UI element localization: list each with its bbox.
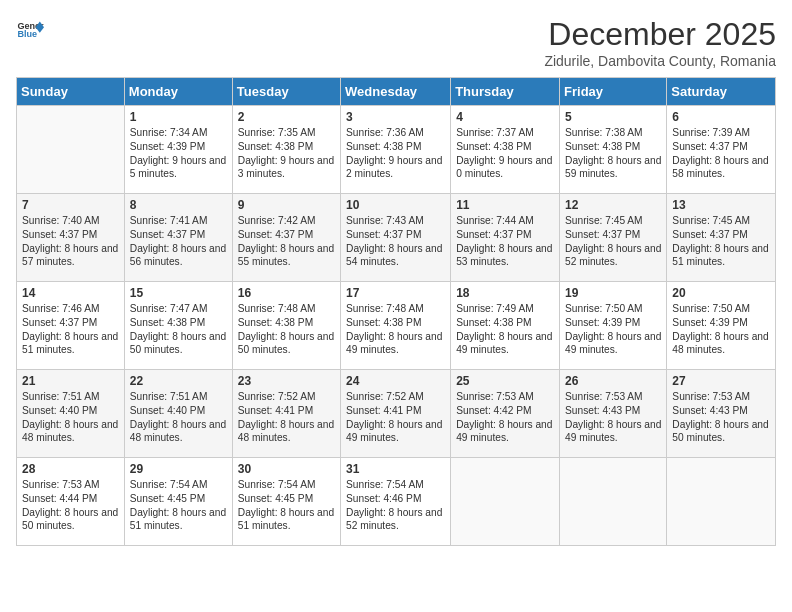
day-info: Sunrise: 7:37 AM Sunset: 4:38 PM Dayligh… (456, 126, 554, 181)
month-title: December 2025 (544, 16, 776, 53)
calendar-table: SundayMondayTuesdayWednesdayThursdayFrid… (16, 77, 776, 546)
day-info: Sunrise: 7:52 AM Sunset: 4:41 PM Dayligh… (346, 390, 445, 445)
day-number: 19 (565, 286, 661, 300)
day-info: Sunrise: 7:40 AM Sunset: 4:37 PM Dayligh… (22, 214, 119, 269)
week-row-3: 14 Sunrise: 7:46 AM Sunset: 4:37 PM Dayl… (17, 282, 776, 370)
day-cell: 23 Sunrise: 7:52 AM Sunset: 4:41 PM Dayl… (232, 370, 340, 458)
day-info: Sunrise: 7:54 AM Sunset: 4:45 PM Dayligh… (130, 478, 227, 533)
day-cell: 24 Sunrise: 7:52 AM Sunset: 4:41 PM Dayl… (341, 370, 451, 458)
day-info: Sunrise: 7:42 AM Sunset: 4:37 PM Dayligh… (238, 214, 335, 269)
day-cell: 9 Sunrise: 7:42 AM Sunset: 4:37 PM Dayli… (232, 194, 340, 282)
day-cell: 28 Sunrise: 7:53 AM Sunset: 4:44 PM Dayl… (17, 458, 125, 546)
day-info: Sunrise: 7:50 AM Sunset: 4:39 PM Dayligh… (565, 302, 661, 357)
week-row-4: 21 Sunrise: 7:51 AM Sunset: 4:40 PM Dayl… (17, 370, 776, 458)
day-cell: 30 Sunrise: 7:54 AM Sunset: 4:45 PM Dayl… (232, 458, 340, 546)
day-info: Sunrise: 7:46 AM Sunset: 4:37 PM Dayligh… (22, 302, 119, 357)
day-number: 25 (456, 374, 554, 388)
day-number: 3 (346, 110, 445, 124)
day-number: 1 (130, 110, 227, 124)
day-cell: 6 Sunrise: 7:39 AM Sunset: 4:37 PM Dayli… (667, 106, 776, 194)
day-info: Sunrise: 7:48 AM Sunset: 4:38 PM Dayligh… (238, 302, 335, 357)
day-info: Sunrise: 7:43 AM Sunset: 4:37 PM Dayligh… (346, 214, 445, 269)
day-cell: 26 Sunrise: 7:53 AM Sunset: 4:43 PM Dayl… (560, 370, 667, 458)
header-saturday: Saturday (667, 78, 776, 106)
day-info: Sunrise: 7:51 AM Sunset: 4:40 PM Dayligh… (130, 390, 227, 445)
day-info: Sunrise: 7:51 AM Sunset: 4:40 PM Dayligh… (22, 390, 119, 445)
logo: General Blue (16, 16, 44, 44)
week-row-5: 28 Sunrise: 7:53 AM Sunset: 4:44 PM Dayl… (17, 458, 776, 546)
day-info: Sunrise: 7:49 AM Sunset: 4:38 PM Dayligh… (456, 302, 554, 357)
day-info: Sunrise: 7:53 AM Sunset: 4:44 PM Dayligh… (22, 478, 119, 533)
day-info: Sunrise: 7:53 AM Sunset: 4:43 PM Dayligh… (672, 390, 770, 445)
week-row-1: 1 Sunrise: 7:34 AM Sunset: 4:39 PM Dayli… (17, 106, 776, 194)
day-cell: 17 Sunrise: 7:48 AM Sunset: 4:38 PM Dayl… (341, 282, 451, 370)
header-friday: Friday (560, 78, 667, 106)
day-number: 15 (130, 286, 227, 300)
day-cell: 13 Sunrise: 7:45 AM Sunset: 4:37 PM Dayl… (667, 194, 776, 282)
day-cell: 22 Sunrise: 7:51 AM Sunset: 4:40 PM Dayl… (124, 370, 232, 458)
day-info: Sunrise: 7:45 AM Sunset: 4:37 PM Dayligh… (672, 214, 770, 269)
header-monday: Monday (124, 78, 232, 106)
day-number: 12 (565, 198, 661, 212)
header-sunday: Sunday (17, 78, 125, 106)
day-info: Sunrise: 7:50 AM Sunset: 4:39 PM Dayligh… (672, 302, 770, 357)
header-thursday: Thursday (451, 78, 560, 106)
day-cell: 18 Sunrise: 7:49 AM Sunset: 4:38 PM Dayl… (451, 282, 560, 370)
day-info: Sunrise: 7:48 AM Sunset: 4:38 PM Dayligh… (346, 302, 445, 357)
day-info: Sunrise: 7:54 AM Sunset: 4:46 PM Dayligh… (346, 478, 445, 533)
day-number: 11 (456, 198, 554, 212)
day-cell: 25 Sunrise: 7:53 AM Sunset: 4:42 PM Dayl… (451, 370, 560, 458)
day-number: 16 (238, 286, 335, 300)
day-number: 31 (346, 462, 445, 476)
day-info: Sunrise: 7:39 AM Sunset: 4:37 PM Dayligh… (672, 126, 770, 181)
day-cell: 8 Sunrise: 7:41 AM Sunset: 4:37 PM Dayli… (124, 194, 232, 282)
day-info: Sunrise: 7:54 AM Sunset: 4:45 PM Dayligh… (238, 478, 335, 533)
day-number: 9 (238, 198, 335, 212)
day-info: Sunrise: 7:45 AM Sunset: 4:37 PM Dayligh… (565, 214, 661, 269)
day-cell (451, 458, 560, 546)
day-number: 4 (456, 110, 554, 124)
day-cell: 4 Sunrise: 7:37 AM Sunset: 4:38 PM Dayli… (451, 106, 560, 194)
day-cell: 19 Sunrise: 7:50 AM Sunset: 4:39 PM Dayl… (560, 282, 667, 370)
day-cell: 11 Sunrise: 7:44 AM Sunset: 4:37 PM Dayl… (451, 194, 560, 282)
day-number: 30 (238, 462, 335, 476)
day-number: 27 (672, 374, 770, 388)
day-info: Sunrise: 7:38 AM Sunset: 4:38 PM Dayligh… (565, 126, 661, 181)
day-number: 6 (672, 110, 770, 124)
day-number: 14 (22, 286, 119, 300)
day-number: 26 (565, 374, 661, 388)
day-cell: 20 Sunrise: 7:50 AM Sunset: 4:39 PM Dayl… (667, 282, 776, 370)
day-cell: 29 Sunrise: 7:54 AM Sunset: 4:45 PM Dayl… (124, 458, 232, 546)
page-header: General Blue December 2025 Zidurile, Dam… (16, 16, 776, 69)
header-tuesday: Tuesday (232, 78, 340, 106)
day-cell: 15 Sunrise: 7:47 AM Sunset: 4:38 PM Dayl… (124, 282, 232, 370)
day-cell: 21 Sunrise: 7:51 AM Sunset: 4:40 PM Dayl… (17, 370, 125, 458)
day-cell: 10 Sunrise: 7:43 AM Sunset: 4:37 PM Dayl… (341, 194, 451, 282)
day-cell: 12 Sunrise: 7:45 AM Sunset: 4:37 PM Dayl… (560, 194, 667, 282)
header-wednesday: Wednesday (341, 78, 451, 106)
day-number: 18 (456, 286, 554, 300)
day-cell: 5 Sunrise: 7:38 AM Sunset: 4:38 PM Dayli… (560, 106, 667, 194)
day-cell: 1 Sunrise: 7:34 AM Sunset: 4:39 PM Dayli… (124, 106, 232, 194)
title-block: December 2025 Zidurile, Dambovita County… (544, 16, 776, 69)
day-number: 20 (672, 286, 770, 300)
day-cell: 7 Sunrise: 7:40 AM Sunset: 4:37 PM Dayli… (17, 194, 125, 282)
day-info: Sunrise: 7:47 AM Sunset: 4:38 PM Dayligh… (130, 302, 227, 357)
day-cell: 2 Sunrise: 7:35 AM Sunset: 4:38 PM Dayli… (232, 106, 340, 194)
header-row: SundayMondayTuesdayWednesdayThursdayFrid… (17, 78, 776, 106)
day-number: 23 (238, 374, 335, 388)
day-number: 17 (346, 286, 445, 300)
day-cell (560, 458, 667, 546)
day-cell (17, 106, 125, 194)
day-info: Sunrise: 7:52 AM Sunset: 4:41 PM Dayligh… (238, 390, 335, 445)
day-number: 5 (565, 110, 661, 124)
day-number: 22 (130, 374, 227, 388)
day-cell: 14 Sunrise: 7:46 AM Sunset: 4:37 PM Dayl… (17, 282, 125, 370)
logo-icon: General Blue (16, 16, 44, 44)
day-number: 7 (22, 198, 119, 212)
day-info: Sunrise: 7:44 AM Sunset: 4:37 PM Dayligh… (456, 214, 554, 269)
day-info: Sunrise: 7:36 AM Sunset: 4:38 PM Dayligh… (346, 126, 445, 181)
location-subtitle: Zidurile, Dambovita County, Romania (544, 53, 776, 69)
day-number: 29 (130, 462, 227, 476)
day-number: 10 (346, 198, 445, 212)
